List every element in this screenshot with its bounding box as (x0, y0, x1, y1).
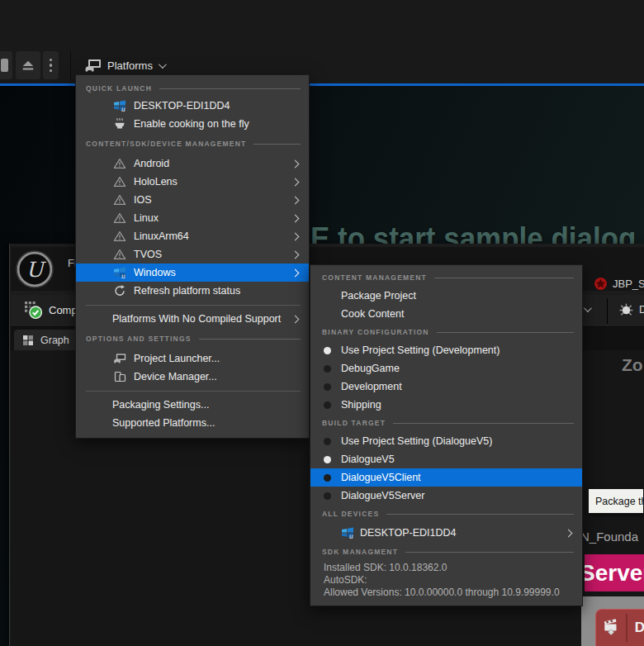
warning-icon (113, 157, 126, 170)
svg-text:u: u (121, 273, 125, 279)
menu-item[interactable]: Packaging Settings... (76, 396, 309, 414)
menu-item-label: TVOS (134, 249, 162, 260)
menu-item[interactable]: Package Project (310, 287, 582, 305)
menu-item-label: AutoSDK: (324, 574, 367, 586)
menu-item-label: BUILD TARGET (322, 419, 386, 427)
chevron-right-icon (291, 250, 300, 259)
graph-node-caption: N_Founda (580, 530, 638, 544)
menu-item[interactable]: Cook Content (310, 305, 582, 323)
windows-icon: u (341, 526, 354, 539)
tooltip: Package th (588, 488, 644, 514)
compile-icon (24, 301, 43, 320)
menu-item[interactable]: Refresh platform status (76, 282, 309, 300)
menu-item[interactable]: IOS (76, 191, 309, 209)
chevron-right-icon (291, 159, 300, 168)
menu-item: OPTIONS AND SETTINGS (76, 328, 309, 349)
debug-object-selector[interactable]: D (618, 302, 644, 317)
menu-item[interactable]: u DESKTOP-EDI1DD4 (76, 97, 309, 115)
toolbar-divider (607, 298, 608, 324)
section-rule (393, 423, 574, 424)
menu-item[interactable]: Linux (76, 209, 309, 227)
menu-item (76, 386, 309, 396)
menu-item[interactable]: Use Project Setting (Development) (310, 341, 582, 359)
zoom-indicator: Zo (622, 355, 643, 375)
radio-bullet-icon (324, 365, 331, 373)
platforms-icon (84, 59, 102, 73)
menu-item[interactable]: DialogueV5Client (310, 468, 582, 487)
menu-item-label: Use Project Setting (Development) (341, 344, 500, 356)
menu-item-label: Windows (134, 267, 176, 278)
windows-icon: u (113, 266, 126, 279)
server-graph-node[interactable]: Server (585, 554, 644, 591)
warning-icon (113, 175, 126, 188)
section-rule (386, 514, 574, 515)
menu-item[interactable]: u Windows (76, 264, 309, 282)
radio-bullet-icon (324, 347, 331, 354)
menu-item[interactable]: Device Manager... (76, 368, 309, 386)
menu-item[interactable]: LinuxArm64 (76, 227, 309, 245)
asset-name: JBP_Se (594, 277, 644, 291)
radio-bullet-icon (324, 383, 331, 391)
menu-item[interactable]: Shipping (310, 396, 582, 414)
menu-item-label: Platforms With No Compiled Support (112, 313, 281, 325)
refresh-icon (113, 284, 126, 297)
toolbar-partial-button[interactable] (0, 51, 12, 79)
chevron-down-icon[interactable] (584, 304, 592, 312)
menu-item[interactable]: Android (76, 154, 309, 173)
menu-item: QUICK LAUNCH (76, 80, 309, 97)
radio-bullet-icon (324, 438, 331, 445)
clapperboard-icon (602, 618, 620, 638)
launch-button[interactable] (16, 51, 40, 79)
media-dialog-fragment: D (581, 596, 644, 646)
menu-item[interactable]: DialogueV5 (310, 450, 582, 468)
windows-icon: u (113, 99, 126, 112)
menu-item-label: DESKTOP-EDI1DD4 (360, 527, 456, 539)
menu-item[interactable]: Platforms With No Compiled Support (76, 310, 309, 328)
menu-item-label: CONTENT/SDK/DEVICE MANAGEMENT (86, 140, 246, 148)
svg-text:u: u (348, 533, 353, 539)
menu-item-label: Refresh platform status (134, 285, 240, 297)
toolbar-options-button[interactable] (43, 51, 59, 79)
blueprint-asset-icon (594, 277, 608, 291)
menu-item: AutoSDK: (310, 573, 582, 586)
menu-item: CONTENT MANAGEMENT (310, 268, 582, 287)
windows-submenu: CONTENT MANAGEMENT Package Project Cook … (310, 264, 583, 606)
menu-item[interactable]: DebugGame (310, 359, 582, 378)
menu-item[interactable]: Development (310, 378, 582, 396)
menu-item[interactable]: Enable cooking on the fly (76, 115, 309, 133)
menu-item[interactable]: Project Launcher... (76, 349, 309, 368)
chevron-right-icon (291, 232, 300, 240)
menu-item: ALL DEVICES (310, 505, 582, 523)
chevron-right-icon (291, 315, 300, 323)
menu-item[interactable]: DialogueV5Server (310, 487, 582, 505)
menu-item[interactable]: Supported Platforms... (76, 414, 309, 432)
menu-item-label: Package Project (341, 290, 416, 302)
section-rule (86, 391, 301, 392)
chevron-right-icon (291, 178, 300, 186)
media-divider (626, 614, 627, 642)
menu-item[interactable]: u DESKTOP-EDI1DD4 (310, 523, 582, 543)
menu-item-label: DialogueV5Client (341, 472, 421, 483)
menu-item-label: BINARY CONFIGURATION (322, 328, 429, 336)
cooking-icon (113, 117, 126, 131)
section-rule (199, 339, 301, 340)
chevron-down-icon (159, 60, 167, 69)
section-rule (405, 552, 574, 553)
menu-item-label: QUICK LAUNCH (86, 84, 152, 93)
graph-tab-icon (22, 335, 34, 346)
menu-item: Allowed Versions: 10.0.00000.0 through 1… (310, 586, 582, 598)
menu-item[interactable]: HoloLens (76, 173, 309, 191)
menu-item-label: HoloLens (134, 176, 178, 188)
menu-item[interactable]: TVOS (76, 245, 309, 264)
menu-item-label: Cook Content (341, 308, 404, 320)
platforms-dropdown-menu: QUICK LAUNCH u DESKTOP-EDI1DD4 Enable co… (75, 74, 310, 439)
media-button[interactable]: D (595, 609, 644, 646)
graph-tab-label: Graph (40, 335, 69, 346)
chevron-right-icon (291, 196, 300, 204)
warning-icon (113, 193, 126, 207)
menu-item-label: Packaging Settings... (112, 399, 209, 411)
menu-item-label: SDK MANAGMENT (322, 548, 398, 556)
section-rule (86, 305, 301, 306)
menu-item[interactable]: Use Project Setting (DialogueV5) (310, 432, 582, 450)
menu-item: BINARY CONFIGURATION (310, 323, 582, 341)
